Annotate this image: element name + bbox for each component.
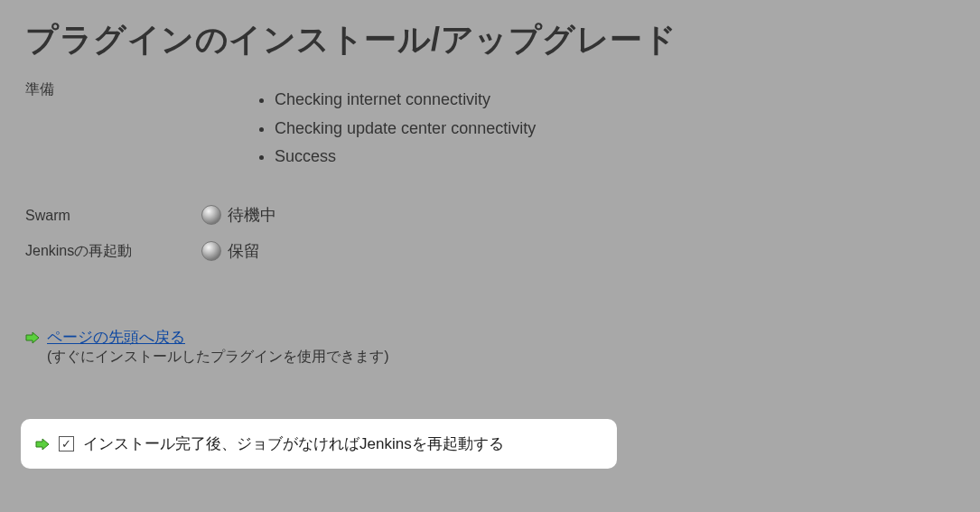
status-label: Swarm xyxy=(25,206,195,224)
prepare-checks: Checking internet connectivity Checking … xyxy=(228,86,955,172)
status-row-restart: Jenkinsの再起動 保留 xyxy=(25,240,955,262)
list-item: Success xyxy=(275,143,955,172)
status-value: 保留 xyxy=(228,240,955,262)
status-row-swarm: Swarm 待機中 xyxy=(25,204,955,226)
status-ball-icon xyxy=(201,205,221,225)
page-title: プラグインのインストール/アップグレード xyxy=(25,18,955,62)
status-value: 待機中 xyxy=(228,204,955,226)
arrow-right-icon xyxy=(25,330,40,345)
restart-checkbox[interactable]: ✓ xyxy=(59,436,74,451)
list-item: Checking internet connectivity xyxy=(275,86,955,115)
prepare-label: 準備 xyxy=(25,79,195,99)
restart-checkbox-label: インストール完了後、ジョブがなければJenkinsを再起動する xyxy=(83,433,504,454)
arrow-right-icon xyxy=(35,437,50,451)
status-label: Jenkinsの再起動 xyxy=(25,240,195,261)
list-item: Checking update center connectivity xyxy=(275,115,955,144)
prepare-section: 準備 Checking internet connectivity Checki… xyxy=(25,79,955,172)
restart-option-box: ✓ インストール完了後、ジョブがなければJenkinsを再起動する xyxy=(21,419,617,469)
back-to-top-note: (すぐにインストールしたプラグインを使用できます) xyxy=(47,348,389,367)
back-to-top-row: ページの先頭へ戻る (すぐにインストールしたプラグインを使用できます) xyxy=(25,327,955,367)
status-ball-icon xyxy=(201,241,221,261)
back-to-top-link[interactable]: ページの先頭へ戻る xyxy=(47,327,389,348)
